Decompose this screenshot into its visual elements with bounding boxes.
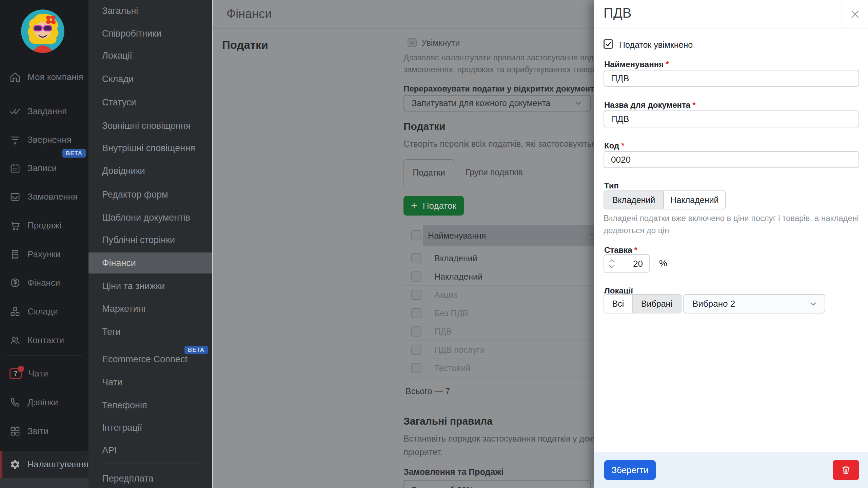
settings-item-finance-selected[interactable]: Фінанси: [88, 252, 212, 273]
locations-option-label: Вибрані: [641, 299, 672, 309]
name-field-label: Найменування*: [604, 60, 669, 69]
sidebar-item-sales[interactable]: Продажі: [0, 211, 88, 240]
orders-sales-select[interactable]: Вкладений 20%: [403, 480, 591, 488]
table-row-testovyi[interactable]: Тестовий: [403, 359, 599, 378]
settings-item-directories[interactable]: Довідники: [88, 161, 212, 180]
row-checkbox[interactable]: [411, 290, 421, 300]
settings-item-telephony[interactable]: Телефонія: [88, 396, 212, 415]
modal-close-button[interactable]: [842, 0, 868, 28]
settings-item-general[interactable]: Загальні: [88, 1, 212, 20]
rate-stepper-input[interactable]: 20: [604, 254, 650, 273]
sidebar-item-label: Звіти: [27, 426, 48, 436]
row-checkbox[interactable]: [411, 271, 421, 282]
stepper-buttons[interactable]: [609, 259, 615, 268]
settings-item-public-pages[interactable]: Публічні сторінки: [88, 230, 212, 249]
settings-item-employees[interactable]: Співробітники: [88, 24, 212, 43]
settings-item-external-notifications[interactable]: Зовнішні сповіщення: [88, 116, 212, 135]
sidebar-item-contacts[interactable]: Контакти: [0, 326, 88, 354]
settings-item-marketing[interactable]: Маркетинг: [88, 299, 212, 318]
tax-enabled-label: Податок увімкнено: [619, 40, 693, 50]
sidebar-item-my-company[interactable]: Моя компанія: [0, 63, 88, 91]
settings-item-integrations[interactable]: Інтеграції: [88, 418, 212, 437]
settings-item-api[interactable]: API: [88, 441, 212, 460]
avatar[interactable]: [21, 9, 64, 53]
table-row-pdv[interactable]: ПДВ: [403, 322, 599, 341]
sidebar-item-records[interactable]: BETA Записи: [0, 154, 88, 182]
inbox-icon: [9, 191, 21, 202]
table-row-nakladenyi[interactable]: Накладений: [403, 267, 599, 286]
row-checkbox[interactable]: [411, 345, 421, 355]
delete-button[interactable]: [833, 460, 859, 480]
settings-item-locations[interactable]: Локації: [88, 46, 212, 65]
table-row-bez-pdv[interactable]: Без ПДВ: [403, 304, 599, 322]
table-header-name-cell[interactable]: Найменування ↑: [423, 225, 599, 246]
tax-name: Без ПДВ: [434, 308, 468, 318]
add-tax-button[interactable]: + Податок: [403, 196, 464, 216]
select-all-checkbox[interactable]: [411, 230, 421, 240]
avatar-illustration: [21, 9, 64, 53]
sidebar-item-finance[interactable]: Фінанси: [0, 268, 88, 297]
tax-name: Вкладений: [434, 253, 477, 263]
row-checkbox[interactable]: [411, 326, 421, 337]
settings-item-warehouses[interactable]: Склади: [88, 69, 212, 88]
settings-item-label: Загальні: [102, 6, 138, 16]
table-total: Всього — 7: [406, 386, 450, 396]
settings-item-label: Шаблони документів: [102, 212, 190, 223]
plus-icon: +: [411, 200, 417, 211]
chevron-up-icon[interactable]: [609, 259, 615, 263]
doc-name-field[interactable]: [604, 110, 859, 127]
recalc-taxes-select[interactable]: Запитувати для кожного документа: [403, 95, 591, 111]
row-checkbox[interactable]: [411, 253, 421, 263]
row-checkbox[interactable]: [411, 308, 421, 318]
sidebar-item-reports[interactable]: Звіти: [0, 417, 88, 445]
taxes-list-title: Податки: [403, 121, 445, 132]
table-row-pdv-poslugy[interactable]: ПДВ послуги: [403, 340, 599, 359]
settings-item-label: Статуси: [102, 97, 136, 108]
name-field[interactable]: [604, 70, 859, 87]
sort-ascending-icon[interactable]: ↑: [590, 230, 595, 241]
sidebar-item-label: Фінанси: [27, 278, 60, 288]
settings-item-document-templates[interactable]: Шаблони документів: [88, 208, 212, 227]
table-row-vkladenyi[interactable]: Вкладений: [403, 249, 599, 267]
save-button[interactable]: Зберегти: [604, 460, 656, 480]
sidebar-item-orders[interactable]: Замовлення: [0, 182, 88, 211]
settings-item-ecommerce-connect[interactable]: Ecommerce Connect BETA: [88, 350, 212, 369]
type-option-label: Накладений: [671, 195, 719, 205]
settings-item-label: Публічні сторінки: [102, 235, 175, 245]
sidebar-item-chats[interactable]: 7 Чати: [0, 359, 88, 388]
sidebar-item-settings[interactable]: Налаштування: [0, 451, 88, 478]
sidebar-item-invoices[interactable]: Рахунки: [0, 240, 88, 268]
chevron-down-icon[interactable]: [609, 265, 615, 268]
tab-taxes[interactable]: Податки: [403, 159, 454, 186]
locations-select[interactable]: Вибрано 2: [683, 294, 825, 313]
tax-name: ПДВ: [434, 327, 452, 337]
table-row-aktsyz[interactable]: Акциз: [403, 285, 599, 304]
row-checkbox[interactable]: [411, 363, 421, 373]
settings-item-subscription[interactable]: Передплата: [88, 469, 212, 488]
type-option-added[interactable]: Накладений: [664, 191, 725, 209]
enable-taxes-desc-line2: замовленнях, продажах та оприбуткуваннях…: [403, 65, 600, 74]
tab-label: Групи податків: [466, 167, 523, 177]
settings-item-prices-discounts[interactable]: Ціни та знижки: [88, 277, 212, 296]
enable-taxes-checkbox[interactable]: [408, 38, 417, 47]
taxes-section-title: Податки: [222, 39, 268, 52]
settings-item-label: Внутрішні сповіщення: [102, 143, 195, 154]
sidebar-item-warehouses[interactable]: Склади: [0, 297, 88, 326]
settings-item-tags[interactable]: Теги: [88, 322, 212, 341]
recalc-taxes-select-value: Запитувати для кожного документа: [412, 98, 551, 108]
selected-indicator: [0, 451, 2, 478]
locations-option-all[interactable]: Всі: [604, 295, 633, 313]
settings-item-statuses[interactable]: Статуси: [88, 93, 212, 112]
type-help-line2: додаються до цін: [604, 226, 669, 235]
tax-enabled-checkbox[interactable]: [604, 39, 613, 49]
type-option-inclusive-selected[interactable]: Вкладений: [604, 191, 664, 209]
settings-item-internal-notifications[interactable]: Внутрішні сповіщення: [88, 139, 212, 158]
tab-tax-groups[interactable]: Групи податків: [454, 159, 534, 185]
general-rules-desc-line1: Встановіть порядок застосування податків…: [403, 434, 625, 444]
settings-item-chats[interactable]: Чати: [88, 373, 212, 392]
sidebar-item-calls[interactable]: Дзвінки: [0, 388, 88, 416]
sidebar-item-tasks[interactable]: Завдання: [0, 97, 88, 125]
code-field[interactable]: [604, 151, 859, 168]
locations-option-selected-active[interactable]: Вибрані: [633, 295, 681, 313]
settings-item-form-editor[interactable]: Редактор форм: [88, 185, 212, 204]
